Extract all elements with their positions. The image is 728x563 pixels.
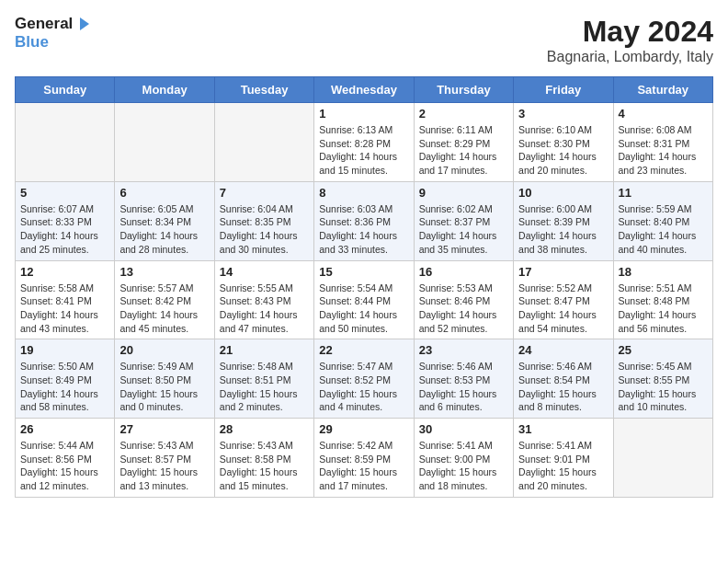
cell-info: Sunrise: 5:41 AMSunset: 9:00 PMDaylight:… bbox=[419, 439, 508, 493]
cell-info: Sunrise: 5:53 AMSunset: 8:46 PMDaylight:… bbox=[419, 282, 508, 336]
cell-info: Sunrise: 5:51 AMSunset: 8:48 PMDaylight:… bbox=[619, 282, 708, 336]
day-number: 15 bbox=[319, 265, 408, 279]
calendar-cell: 25Sunrise: 5:45 AMSunset: 8:55 PMDayligh… bbox=[613, 339, 712, 419]
calendar-cell: 14Sunrise: 5:55 AMSunset: 8:43 PMDayligh… bbox=[214, 260, 313, 339]
cell-info: Sunrise: 5:42 AMSunset: 8:59 PMDaylight:… bbox=[319, 439, 408, 493]
calendar-week-4: 19Sunrise: 5:50 AMSunset: 8:49 PMDayligh… bbox=[16, 339, 713, 419]
day-header-sunday: Sunday bbox=[16, 77, 115, 103]
page-header: General Blue May 2024 Bagnaria, Lombardy… bbox=[15, 15, 713, 65]
calendar-cell: 15Sunrise: 5:54 AMSunset: 8:44 PMDayligh… bbox=[314, 260, 414, 339]
day-number: 4 bbox=[619, 107, 708, 121]
calendar-week-5: 26Sunrise: 5:44 AMSunset: 8:56 PMDayligh… bbox=[16, 419, 713, 498]
logo-text-general: General bbox=[15, 15, 73, 33]
cell-info: Sunrise: 6:11 AMSunset: 8:29 PMDaylight:… bbox=[419, 123, 508, 178]
cell-info: Sunrise: 5:43 AMSunset: 8:58 PMDaylight:… bbox=[220, 439, 309, 493]
calendar-cell: 3Sunrise: 6:10 AMSunset: 8:30 PMDaylight… bbox=[514, 103, 613, 182]
calendar-cell: 7Sunrise: 6:04 AMSunset: 8:35 PMDaylight… bbox=[214, 181, 313, 260]
day-number: 28 bbox=[220, 422, 309, 436]
cell-info: Sunrise: 5:59 AMSunset: 8:40 PMDaylight:… bbox=[619, 202, 708, 257]
cell-info: Sunrise: 5:44 AMSunset: 8:56 PMDaylight:… bbox=[20, 439, 109, 493]
day-header-saturday: Saturday bbox=[613, 77, 712, 103]
day-number: 7 bbox=[220, 186, 309, 200]
calendar-cell: 23Sunrise: 5:46 AMSunset: 8:53 PMDayligh… bbox=[414, 339, 513, 419]
day-number: 24 bbox=[518, 343, 608, 357]
cell-info: Sunrise: 6:00 AMSunset: 8:39 PMDaylight:… bbox=[518, 202, 608, 257]
calendar-cell: 26Sunrise: 5:44 AMSunset: 8:56 PMDayligh… bbox=[16, 419, 115, 498]
cell-info: Sunrise: 5:54 AMSunset: 8:44 PMDaylight:… bbox=[319, 282, 408, 336]
location-title: Bagnaria, Lombardy, Italy bbox=[547, 49, 713, 65]
cell-info: Sunrise: 5:48 AMSunset: 8:51 PMDaylight:… bbox=[220, 360, 309, 414]
day-number: 6 bbox=[119, 186, 209, 200]
calendar-cell: 16Sunrise: 5:53 AMSunset: 8:46 PMDayligh… bbox=[414, 260, 513, 339]
calendar-cell: 1Sunrise: 6:13 AMSunset: 8:28 PMDaylight… bbox=[314, 103, 414, 182]
day-header-friday: Friday bbox=[514, 77, 613, 103]
cell-info: Sunrise: 5:52 AMSunset: 8:47 PMDaylight:… bbox=[518, 282, 608, 336]
cell-info: Sunrise: 6:04 AMSunset: 8:35 PMDaylight:… bbox=[220, 202, 309, 257]
days-header-row: SundayMondayTuesdayWednesdayThursdayFrid… bbox=[16, 77, 713, 103]
cell-info: Sunrise: 5:46 AMSunset: 8:54 PMDaylight:… bbox=[518, 360, 608, 414]
day-number: 22 bbox=[319, 343, 408, 357]
day-number: 19 bbox=[20, 343, 109, 357]
calendar-cell: 20Sunrise: 5:49 AMSunset: 8:50 PMDayligh… bbox=[115, 339, 214, 419]
logo: General Blue bbox=[15, 15, 91, 52]
svg-marker-0 bbox=[80, 17, 89, 30]
day-number: 21 bbox=[220, 343, 309, 357]
cell-info: Sunrise: 5:58 AMSunset: 8:41 PMDaylight:… bbox=[20, 282, 109, 336]
day-number: 3 bbox=[518, 107, 608, 121]
logo-graphic: General Blue bbox=[15, 15, 91, 52]
cell-info: Sunrise: 5:57 AMSunset: 8:42 PMDaylight:… bbox=[119, 282, 209, 336]
calendar-cell bbox=[115, 103, 214, 182]
calendar-cell: 28Sunrise: 5:43 AMSunset: 8:58 PMDayligh… bbox=[214, 419, 313, 498]
calendar-cell: 13Sunrise: 5:57 AMSunset: 8:42 PMDayligh… bbox=[115, 260, 214, 339]
calendar-week-1: 1Sunrise: 6:13 AMSunset: 8:28 PMDaylight… bbox=[16, 103, 713, 182]
month-title: May 2024 bbox=[547, 15, 713, 49]
day-number: 9 bbox=[419, 186, 508, 200]
calendar-cell: 4Sunrise: 6:08 AMSunset: 8:31 PMDaylight… bbox=[613, 103, 712, 182]
cell-info: Sunrise: 5:43 AMSunset: 8:57 PMDaylight:… bbox=[119, 439, 209, 493]
calendar-cell: 30Sunrise: 5:41 AMSunset: 9:00 PMDayligh… bbox=[414, 419, 513, 498]
calendar-cell: 10Sunrise: 6:00 AMSunset: 8:39 PMDayligh… bbox=[514, 181, 613, 260]
cell-info: Sunrise: 5:55 AMSunset: 8:43 PMDaylight:… bbox=[220, 282, 309, 336]
cell-info: Sunrise: 5:45 AMSunset: 8:55 PMDaylight:… bbox=[619, 360, 708, 414]
calendar-cell: 6Sunrise: 6:05 AMSunset: 8:34 PMDaylight… bbox=[115, 181, 214, 260]
calendar-cell: 19Sunrise: 5:50 AMSunset: 8:49 PMDayligh… bbox=[16, 339, 115, 419]
cell-info: Sunrise: 6:07 AMSunset: 8:33 PMDaylight:… bbox=[20, 202, 109, 257]
cell-info: Sunrise: 5:49 AMSunset: 8:50 PMDaylight:… bbox=[119, 360, 209, 414]
day-number: 31 bbox=[518, 422, 608, 436]
day-number: 2 bbox=[419, 107, 508, 121]
day-number: 11 bbox=[619, 186, 708, 200]
day-number: 5 bbox=[20, 186, 109, 200]
cell-info: Sunrise: 6:02 AMSunset: 8:37 PMDaylight:… bbox=[419, 202, 508, 257]
day-number: 8 bbox=[319, 186, 408, 200]
cell-info: Sunrise: 6:13 AMSunset: 8:28 PMDaylight:… bbox=[319, 123, 408, 178]
logo-text-blue: Blue bbox=[15, 33, 49, 52]
calendar-cell: 12Sunrise: 5:58 AMSunset: 8:41 PMDayligh… bbox=[16, 260, 115, 339]
day-number: 25 bbox=[619, 343, 708, 357]
calendar-cell: 24Sunrise: 5:46 AMSunset: 8:54 PMDayligh… bbox=[514, 339, 613, 419]
title-area: May 2024 Bagnaria, Lombardy, Italy bbox=[547, 15, 713, 65]
logo-arrow-icon bbox=[74, 16, 91, 32]
calendar-cell bbox=[613, 419, 712, 498]
day-number: 20 bbox=[119, 343, 209, 357]
calendar-cell: 21Sunrise: 5:48 AMSunset: 8:51 PMDayligh… bbox=[214, 339, 313, 419]
calendar-cell: 9Sunrise: 6:02 AMSunset: 8:37 PMDaylight… bbox=[414, 181, 513, 260]
day-number: 30 bbox=[419, 422, 508, 436]
cell-info: Sunrise: 5:46 AMSunset: 8:53 PMDaylight:… bbox=[419, 360, 508, 414]
calendar-table: SundayMondayTuesdayWednesdayThursdayFrid… bbox=[15, 76, 713, 498]
day-header-monday: Monday bbox=[115, 77, 214, 103]
day-number: 29 bbox=[319, 422, 408, 436]
cell-info: Sunrise: 6:10 AMSunset: 8:30 PMDaylight:… bbox=[518, 123, 608, 178]
cell-info: Sunrise: 6:03 AMSunset: 8:36 PMDaylight:… bbox=[319, 202, 408, 257]
day-header-tuesday: Tuesday bbox=[214, 77, 313, 103]
day-number: 18 bbox=[619, 265, 708, 279]
day-number: 16 bbox=[419, 265, 508, 279]
cell-info: Sunrise: 5:47 AMSunset: 8:52 PMDaylight:… bbox=[319, 360, 408, 414]
calendar-cell: 29Sunrise: 5:42 AMSunset: 8:59 PMDayligh… bbox=[314, 419, 414, 498]
calendar-cell: 17Sunrise: 5:52 AMSunset: 8:47 PMDayligh… bbox=[514, 260, 613, 339]
day-number: 10 bbox=[518, 186, 608, 200]
day-number: 13 bbox=[119, 265, 209, 279]
day-number: 26 bbox=[20, 422, 109, 436]
calendar-cell bbox=[16, 103, 115, 182]
cell-info: Sunrise: 6:05 AMSunset: 8:34 PMDaylight:… bbox=[119, 202, 209, 257]
day-header-thursday: Thursday bbox=[414, 77, 513, 103]
